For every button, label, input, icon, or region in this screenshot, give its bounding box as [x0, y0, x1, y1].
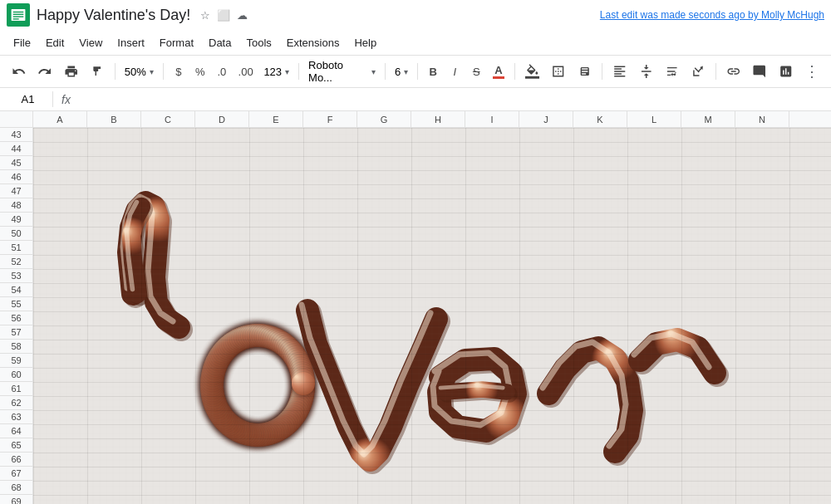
- separator-7: [602, 63, 602, 80]
- row-header-63[interactable]: 63: [0, 410, 32, 424]
- col-header-g[interactable]: G: [357, 111, 411, 128]
- row-header-44[interactable]: 44: [0, 142, 32, 156]
- chart-button[interactable]: [774, 60, 798, 83]
- menu-view[interactable]: View: [72, 34, 109, 51]
- row-header-64[interactable]: 64: [0, 424, 32, 438]
- decimal00-button[interactable]: .00: [234, 60, 258, 83]
- text-rotate-button[interactable]: [686, 60, 711, 83]
- row-header-58[interactable]: 58: [0, 340, 32, 354]
- col-header-m[interactable]: M: [681, 111, 735, 128]
- bold-button[interactable]: B: [423, 60, 443, 83]
- decimal0-button[interactable]: .0: [212, 60, 232, 83]
- col-header-i[interactable]: I: [465, 111, 519, 128]
- merge-cells-button[interactable]: [573, 60, 597, 83]
- separator-5: [417, 63, 418, 80]
- font-size-value: 6: [395, 66, 401, 78]
- col-header-b[interactable]: B: [87, 111, 141, 128]
- col-header-e[interactable]: E: [249, 111, 303, 128]
- row-header-66[interactable]: 66: [0, 453, 32, 467]
- fill-color-button[interactable]: [520, 60, 544, 83]
- comment-button[interactable]: [747, 60, 771, 83]
- row-header-68[interactable]: 68: [0, 481, 32, 495]
- row-header-47[interactable]: 47: [0, 184, 32, 198]
- print-button[interactable]: [59, 60, 83, 83]
- menu-format[interactable]: Format: [153, 34, 200, 51]
- row-header-48[interactable]: 48: [0, 198, 32, 213]
- currency-button[interactable]: $: [169, 60, 189, 83]
- align-left-button[interactable]: [607, 60, 632, 83]
- row-header-59[interactable]: 59: [0, 354, 32, 368]
- row-header-52[interactable]: 52: [0, 255, 32, 269]
- menu-extensions[interactable]: Extensions: [280, 34, 347, 51]
- col-header-n[interactable]: N: [735, 111, 789, 128]
- row-header-61[interactable]: 61: [0, 382, 32, 396]
- menu-edit[interactable]: Edit: [39, 34, 71, 51]
- row-header-65[interactable]: 65: [0, 438, 32, 453]
- col-header-f[interactable]: F: [303, 111, 357, 128]
- last-edit-info: Last edit was made seconds ago by Molly …: [600, 9, 824, 21]
- cells-area[interactable]: [33, 128, 831, 504]
- row-header-50[interactable]: 50: [0, 227, 32, 241]
- font-color-button[interactable]: A: [488, 60, 509, 83]
- format-number-dropdown[interactable]: 123 ▾: [259, 60, 293, 83]
- corner-cell[interactable]: [0, 111, 33, 128]
- cloud-icon[interactable]: ☁: [237, 9, 248, 22]
- row-header-60[interactable]: 60: [0, 368, 32, 382]
- menu-file[interactable]: File: [7, 34, 37, 51]
- text-wrap-button[interactable]: [660, 60, 684, 83]
- row-header-45[interactable]: 45: [0, 156, 32, 170]
- row-headers: 4344454647484950515253545556575859606162…: [0, 128, 33, 504]
- row-header-53[interactable]: 53: [0, 269, 32, 283]
- format-number-label: 123: [263, 66, 282, 78]
- column-headers: A B C D E F G H I J K L M N: [0, 111, 831, 128]
- drive-icon[interactable]: ⬜: [217, 9, 230, 22]
- strikethrough-button[interactable]: S: [466, 60, 486, 83]
- row-header-55[interactable]: 55: [0, 297, 32, 311]
- row-header-46[interactable]: 46: [0, 170, 32, 184]
- menu-help[interactable]: Help: [347, 34, 383, 51]
- redo-button[interactable]: [32, 60, 57, 83]
- row-header-62[interactable]: 62: [0, 396, 32, 410]
- valign-button[interactable]: [634, 60, 658, 83]
- paint-format-button[interactable]: [85, 60, 109, 83]
- row-header-43[interactable]: 43: [0, 128, 32, 142]
- separator-8: [715, 63, 716, 80]
- col-header-h[interactable]: H: [411, 111, 465, 128]
- font-color-bar: [493, 76, 504, 79]
- italic-button[interactable]: I: [445, 60, 465, 83]
- percent-button[interactable]: %: [190, 60, 210, 83]
- row-header-56[interactable]: 56: [0, 311, 32, 325]
- col-header-j[interactable]: J: [519, 111, 573, 128]
- col-header-d[interactable]: D: [195, 111, 249, 128]
- font-size-dropdown[interactable]: 6 ▾: [391, 60, 412, 83]
- row-header-57[interactable]: 57: [0, 325, 32, 340]
- menu-data[interactable]: Data: [202, 34, 238, 51]
- row-header-49[interactable]: 49: [0, 213, 32, 227]
- menu-tools[interactable]: Tools: [239, 34, 278, 51]
- link-button[interactable]: [721, 60, 745, 83]
- undo-button[interactable]: [7, 60, 31, 83]
- col-header-c[interactable]: C: [141, 111, 195, 128]
- col-header-l[interactable]: L: [627, 111, 681, 128]
- star-icon[interactable]: ☆: [200, 9, 210, 22]
- separator-4: [385, 63, 386, 80]
- row-header-67[interactable]: 67: [0, 467, 32, 481]
- border-button[interactable]: [546, 60, 570, 83]
- row-header-69[interactable]: 69: [0, 495, 32, 504]
- document-title: Happy Valentine's Day!: [37, 7, 190, 24]
- separator-6: [514, 63, 515, 80]
- col-header-k[interactable]: K: [573, 111, 627, 128]
- svg-rect-5: [13, 18, 19, 19]
- spreadsheet-canvas: [33, 128, 831, 504]
- menu-insert[interactable]: Insert: [111, 34, 151, 51]
- cell-reference-input[interactable]: [3, 91, 53, 107]
- font-name: Roboto Mo...: [308, 59, 368, 84]
- title-icons: ☆ ⬜ ☁: [200, 9, 248, 22]
- row-header-54[interactable]: 54: [0, 283, 32, 297]
- font-dropdown[interactable]: Roboto Mo... ▾: [304, 60, 380, 83]
- formula-input[interactable]: [79, 91, 828, 107]
- zoom-dropdown[interactable]: 50% ▾: [120, 60, 158, 83]
- more-button[interactable]: ⋮: [799, 60, 824, 83]
- row-header-51[interactable]: 51: [0, 241, 32, 255]
- col-header-a[interactable]: A: [33, 111, 87, 128]
